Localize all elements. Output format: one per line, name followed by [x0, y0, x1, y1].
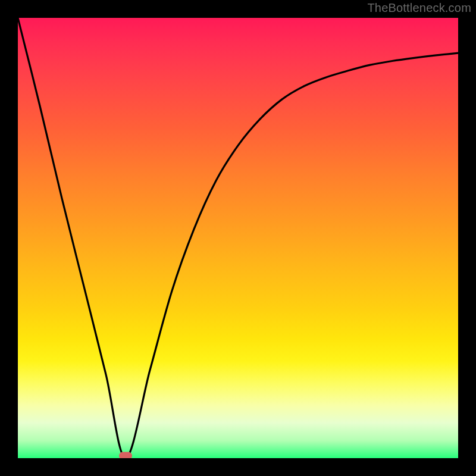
chart-frame: TheBottleneck.com: [0, 0, 476, 476]
curve-svg: [18, 18, 458, 458]
optimal-marker: [119, 452, 132, 458]
watermark-text: TheBottleneck.com: [367, 1, 471, 15]
bottleneck-curve-path: [18, 18, 458, 458]
plot-area: [18, 18, 458, 458]
